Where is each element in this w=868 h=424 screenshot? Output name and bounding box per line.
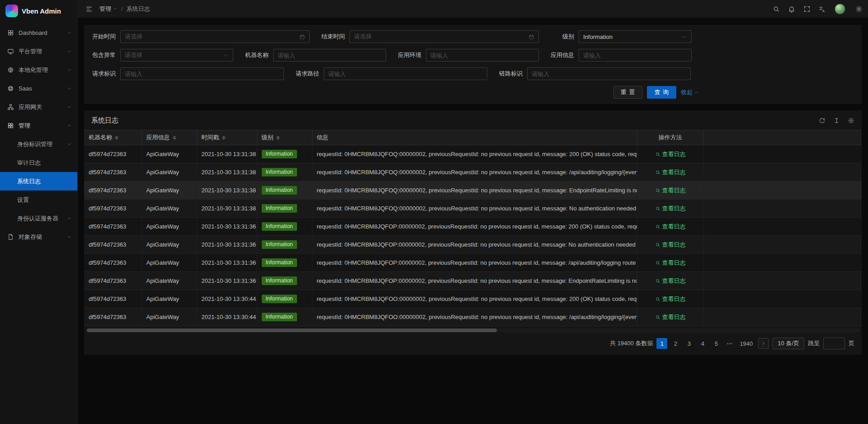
search-icon[interactable]	[769, 0, 784, 18]
horizontal-scrollbar-thumb[interactable]	[87, 329, 497, 332]
chevron-down-icon	[67, 49, 72, 54]
view-log-link[interactable]: 查看日志	[655, 295, 686, 303]
page-size-select[interactable]: 10 条/页	[773, 338, 804, 349]
refresh-icon[interactable]	[819, 117, 826, 124]
sidebar-item-settings[interactable]: 设置	[0, 191, 77, 209]
sidebar-item-gateway[interactable]: 应用网关	[0, 98, 77, 116]
table-row[interactable]: df5974d72363ApiGateWay2021-10-30 13:31:3…	[84, 254, 862, 272]
column-height-icon[interactable]	[833, 117, 840, 124]
view-log-label: 查看日志	[662, 313, 686, 321]
column-header-inner: 应用信息	[146, 133, 176, 142]
table-row[interactable]: df5974d72363ApiGateWay2021-10-30 13:31:3…	[84, 272, 862, 290]
machine-name-input[interactable]	[278, 52, 382, 59]
table-row[interactable]: df5974d72363ApiGateWay2021-10-30 13:31:3…	[84, 145, 862, 163]
include-exception-select[interactable]: 请选择	[120, 49, 233, 62]
translate-icon[interactable]: 文A	[815, 0, 830, 18]
breadcrumb-item-management[interactable]: 管理	[99, 5, 118, 13]
search-icon	[655, 152, 660, 157]
sidebar-item-auth-server[interactable]: 身份认证服务器	[0, 209, 77, 228]
user-avatar[interactable]	[830, 0, 850, 18]
field-app-info: 应用信息	[546, 49, 699, 62]
sidebar-item-platform[interactable]: 平台管理	[0, 42, 77, 61]
cell-filler	[703, 163, 862, 181]
bell-icon[interactable]	[784, 0, 799, 18]
level-select[interactable]: Information	[579, 30, 692, 43]
sidebar-item-storage[interactable]: 对象存储	[0, 228, 77, 246]
column-header-2[interactable]: 应用信息	[142, 130, 197, 145]
start-time-input[interactable]: 请选择	[120, 30, 310, 43]
page-button-4[interactable]: 4	[697, 338, 708, 349]
view-log-label: 查看日志	[662, 241, 686, 249]
view-log-link[interactable]: 查看日志	[655, 186, 686, 195]
column-label: 信息	[317, 133, 329, 142]
view-log-link[interactable]: 查看日志	[655, 150, 686, 158]
page-button-5[interactable]: 5	[711, 338, 722, 349]
localization-icon	[7, 67, 14, 74]
page-content: 开始时间 请选择 结束时间 请选择 级别	[78, 18, 868, 424]
message-text: requestId: 0HMCRBM8JQFOO:00000002, previ…	[317, 314, 637, 320]
table-row[interactable]: df5974d72363ApiGateWay2021-10-30 13:31:3…	[84, 163, 862, 181]
menu-fold-icon[interactable]	[81, 0, 97, 18]
jump-label: 跳至	[808, 339, 820, 348]
sidebar-item-saas[interactable]: Saas	[0, 79, 77, 98]
collapse-toggle[interactable]: 收起	[681, 88, 699, 96]
table-row[interactable]: df5974d72363ApiGateWay2021-10-30 13:30:4…	[84, 308, 862, 326]
sidebar-item-system-logs[interactable]: 系统日志	[0, 172, 77, 191]
cell-level: Information	[257, 163, 312, 181]
message-text: requestId: 0HMCRBM8JQFOP:00000002, previ…	[317, 277, 637, 284]
fullscreen-icon[interactable]	[799, 0, 815, 18]
request-id-label: 请求标识	[88, 70, 120, 78]
column-header-6: 操作方法	[637, 130, 703, 145]
view-log-link[interactable]: 查看日志	[655, 313, 686, 321]
cell-timestamp: 2021-10-30 13:30:44	[197, 290, 257, 308]
management-icon	[7, 122, 14, 129]
cell-app-info: ApiGateWay	[142, 181, 197, 200]
table-row[interactable]: df5974d72363ApiGateWay2021-10-30 13:31:3…	[84, 181, 862, 200]
view-log-link[interactable]: 查看日志	[655, 205, 686, 213]
view-log-link[interactable]: 查看日志	[655, 241, 686, 249]
column-header-4[interactable]: 级别	[257, 130, 312, 145]
gear-icon[interactable]	[850, 0, 868, 18]
request-path-input[interactable]	[328, 71, 483, 77]
system-log-table: 机器名称应用信息时间戳级别信息操作方法 df5974d72363ApiGateW…	[84, 130, 862, 326]
request-id-input[interactable]	[125, 71, 279, 77]
page-button-3[interactable]: 3	[684, 338, 694, 349]
sidebar-item-localization[interactable]: 本地化管理	[0, 61, 77, 79]
view-log-link[interactable]: 查看日志	[655, 259, 686, 267]
field-request-path: 请求路径	[291, 67, 495, 80]
column-header-inner: 操作方法	[659, 133, 682, 142]
jump-page-input[interactable]	[823, 338, 845, 349]
view-log-link[interactable]: 查看日志	[655, 223, 686, 231]
table-row[interactable]: df5974d72363ApiGateWay2021-10-30 13:31:3…	[84, 236, 862, 254]
table-settings-gear-icon[interactable]	[848, 117, 854, 124]
request-path-label: 请求路径	[291, 70, 324, 78]
sidebar-item-audit-logs[interactable]: 审计日志	[0, 153, 77, 172]
query-button[interactable]: 查 询	[647, 86, 676, 99]
reset-button[interactable]: 重 置	[613, 86, 643, 99]
sidebar-item-identity[interactable]: 身份标识管理	[0, 135, 77, 153]
sidebar-item-dashboard[interactable]: Dashboard	[0, 24, 77, 42]
cell-timestamp: 2021-10-30 13:31:38	[197, 181, 257, 200]
sidebar-item-management[interactable]: 管理	[0, 116, 77, 135]
table-row[interactable]: df5974d72363ApiGateWay2021-10-30 13:31:3…	[84, 218, 862, 236]
app-env-input[interactable]	[430, 52, 534, 59]
column-header-1[interactable]: 机器名称	[84, 130, 142, 145]
next-page-button[interactable]	[758, 338, 769, 349]
table-toolbar	[819, 117, 854, 124]
cell-app-info: ApiGateWay	[142, 272, 197, 290]
column-header-3[interactable]: 时间戳	[197, 130, 257, 145]
page-button-2[interactable]: 2	[670, 338, 681, 349]
cell-message: requestId: 0HMCRBM8JQFOO:00000002, previ…	[312, 290, 637, 308]
app-info-input[interactable]	[583, 52, 687, 59]
storage-icon	[7, 233, 14, 241]
table-row[interactable]: df5974d72363ApiGateWay2021-10-30 13:31:3…	[84, 200, 862, 218]
view-log-link[interactable]: 查看日志	[655, 277, 686, 285]
column-label: 机器名称	[89, 133, 112, 142]
end-time-input[interactable]: 请选择	[349, 30, 539, 43]
table-row[interactable]: df5974d72363ApiGateWay2021-10-30 13:30:4…	[84, 290, 862, 308]
page-button-1940[interactable]: 1940	[738, 338, 755, 349]
trace-id-input[interactable]	[532, 71, 686, 77]
page-button-1[interactable]: 1	[656, 338, 667, 349]
view-log-link[interactable]: 查看日志	[655, 168, 686, 176]
logo[interactable]: Vben Admin	[0, 0, 77, 22]
